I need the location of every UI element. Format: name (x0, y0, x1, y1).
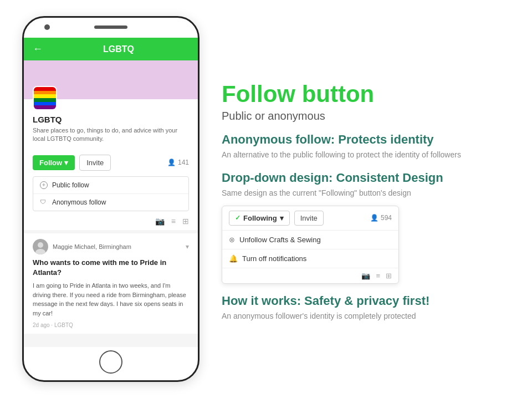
follow-dropdown-menu: + Public follow 🛡 Anonymous follow (33, 176, 189, 211)
plus-circle-icon: + (40, 181, 48, 189)
follow-button[interactable]: Follow ▾ (33, 155, 75, 170)
following-button-demo[interactable]: ✓ Following ▾ (229, 211, 290, 226)
section3-desc: An anonymous follower's identity is comp… (222, 310, 510, 322)
action-row: Follow ▾ Invite 👤 141 (24, 155, 198, 176)
following-dropdown-arrow: ▾ (280, 214, 284, 222)
following-member-count: 👤 594 (370, 214, 392, 222)
profile-desc: Share places to go, things to do, and ad… (33, 126, 189, 144)
icons-row: 📷 ≡ ⊞ (24, 217, 198, 230)
following-label: Following (243, 214, 277, 222)
member-count-value: 141 (178, 159, 189, 166)
dropdown-arrow-icon: ▾ (64, 159, 68, 167)
post-meta: 2d ago · LGBTQ (33, 322, 189, 328)
anonymous-follow-item[interactable]: 🛡 Anonymous follow (33, 194, 188, 211)
post-section: Maggie Michael, Birmingham ▾ Who wants t… (24, 233, 198, 334)
stripe-red (34, 87, 56, 91)
invite-button[interactable]: Invite (79, 155, 111, 171)
app-header-title: LGBTQ (48, 44, 189, 54)
invite-button-demo[interactable]: Invite (294, 211, 324, 226)
section-dropdown-design: Drop-down design: Consistent Design Same… (222, 171, 510, 284)
camera-icon[interactable]: 📷 (155, 217, 165, 226)
section-anonymous-follow: Anonymous follow: Protects identity An a… (222, 132, 510, 161)
section2-title: Drop-down design: Consistent Design (222, 171, 510, 185)
demo-icons-row: 📷 ≡ ⊞ (222, 268, 398, 283)
public-follow-label: Public follow (52, 181, 89, 189)
demo-camera-icon: 📷 (361, 272, 370, 280)
post-body: I am going to Pride in Atlanta in two we… (33, 281, 189, 318)
grid-icon[interactable]: ⊞ (182, 217, 189, 226)
right-content: Follow button Public or anonymous Anonym… (222, 76, 510, 322)
section2-desc: Same design as the current "Following" b… (222, 187, 510, 199)
section1-title: Anonymous follow: Protects identity (222, 132, 510, 147)
demo-grid-icon: ⊞ (386, 272, 392, 280)
unfollow-item[interactable]: ⊗ Unfollow Crafts & Sewing (222, 231, 398, 249)
phone-mockup: ← LGBTQ (22, 16, 200, 382)
section1-desc: An alternative to the public following t… (222, 149, 510, 161)
following-demo: ✓ Following ▾ Invite 👤 594 ⊗ Unfollow Cr… (222, 206, 399, 284)
phone-home-button[interactable] (99, 350, 122, 374)
notifications-label: Turn off notifications (242, 254, 306, 263)
post-chevron-icon: ▾ (186, 243, 189, 251)
post-title: Who wants to come with me to Pride in At… (33, 258, 189, 278)
unfollow-label: Unfollow Crafts & Sewing (239, 236, 321, 244)
stripe-blue (34, 102, 56, 106)
main-title: Follow button (222, 81, 510, 107)
member-count: 👤 141 (167, 159, 189, 166)
people-icon: 👤 (167, 159, 176, 166)
section-safety-privacy: How it works: Safety & privacy first! An… (222, 294, 510, 322)
shield-icon: 🛡 (40, 198, 48, 206)
following-member-count-value: 594 (381, 214, 392, 222)
phone-screen: ← LGBTQ (24, 38, 198, 347)
phone-speaker (94, 25, 127, 29)
stripe-orange (34, 91, 56, 95)
following-demo-header: ✓ Following ▾ Invite 👤 594 (222, 206, 398, 231)
x-circle-icon: ⊗ (229, 236, 235, 244)
demo-list-icon: ≡ (376, 272, 380, 280)
post-avatar (33, 239, 48, 254)
public-follow-item[interactable]: + Public follow (33, 177, 188, 194)
anonymous-follow-label: Anonymous follow (52, 198, 106, 206)
list-icon[interactable]: ≡ (171, 217, 176, 226)
rainbow-flag (34, 87, 56, 109)
app-header: ← LGBTQ (24, 38, 198, 60)
stripe-purple (34, 105, 56, 109)
section3-title: How it works: Safety & privacy first! (222, 294, 510, 308)
post-header: Maggie Michael, Birmingham ▾ (33, 239, 189, 254)
phone-camera (44, 24, 50, 30)
profile-banner (24, 60, 198, 99)
main-subtitle: Public or anonymous (222, 110, 510, 123)
stripe-yellow (34, 94, 56, 98)
svg-point-1 (38, 242, 43, 248)
stripe-green (34, 98, 56, 102)
profile-section: LGBTQ Share places to go, things to do, … (24, 60, 198, 230)
back-button[interactable]: ← (33, 43, 43, 55)
notifications-item[interactable]: 🔔 Turn off notifications (222, 249, 398, 268)
main-heading-block: Follow button Public or anonymous (222, 81, 510, 122)
profile-avatar (33, 86, 57, 110)
post-author: Maggie Michael, Birmingham (53, 243, 181, 250)
follow-label: Follow (39, 159, 62, 167)
bell-off-icon: 🔔 (229, 254, 238, 263)
checkmark-icon: ✓ (235, 214, 241, 222)
profile-name: LGBTQ (33, 115, 189, 124)
following-people-icon: 👤 (370, 214, 378, 222)
